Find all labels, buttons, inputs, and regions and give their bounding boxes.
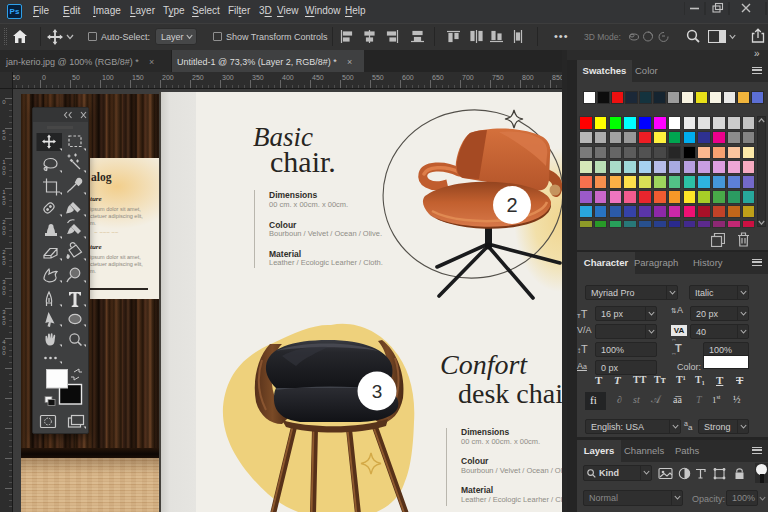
svg-text:2: 2: [506, 194, 517, 216]
svg-text:3: 3: [372, 381, 383, 402]
